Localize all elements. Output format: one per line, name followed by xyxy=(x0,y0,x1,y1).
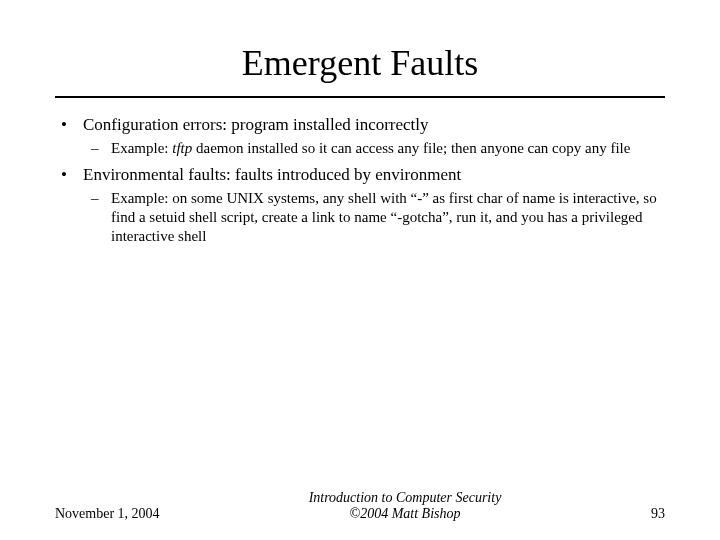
sub-bullet-rest: Example: on some UNIX systems, any shell… xyxy=(111,190,657,244)
slide: Emergent Faults Configuration errors: pr… xyxy=(0,0,720,540)
sub-bullet-item: Example: tftp daemon installed so it can… xyxy=(83,139,665,158)
sub-bullet-prefix: Example: xyxy=(111,140,172,156)
bullet-text: Environmental faults: faults introduced … xyxy=(83,165,461,184)
sub-bullet-italic: tftp xyxy=(172,140,192,156)
bullet-item: Configuration errors: program installed … xyxy=(55,114,665,158)
slide-title: Emergent Faults xyxy=(55,42,665,84)
sub-bullet-item: Example: on some UNIX systems, any shell… xyxy=(83,189,665,245)
slide-footer: November 1, 2004 Introduction to Compute… xyxy=(55,490,665,522)
footer-title: Introduction to Computer Security xyxy=(205,490,605,506)
slide-content: Configuration errors: program installed … xyxy=(55,114,665,246)
sub-bullet-list: Example: on some UNIX systems, any shell… xyxy=(83,189,665,245)
footer-date: November 1, 2004 xyxy=(55,506,205,522)
footer-copyright: ©2004 Matt Bishop xyxy=(205,506,605,522)
footer-page-number: 93 xyxy=(605,506,665,522)
bullet-text: Configuration errors: program installed … xyxy=(83,115,429,134)
title-rule xyxy=(55,96,665,98)
bullet-item: Environmental faults: faults introduced … xyxy=(55,164,665,246)
footer-center: Introduction to Computer Security ©2004 … xyxy=(205,490,605,522)
sub-bullet-rest: daemon installed so it can access any fi… xyxy=(192,140,630,156)
sub-bullet-list: Example: tftp daemon installed so it can… xyxy=(83,139,665,158)
bullet-list: Configuration errors: program installed … xyxy=(55,114,665,246)
